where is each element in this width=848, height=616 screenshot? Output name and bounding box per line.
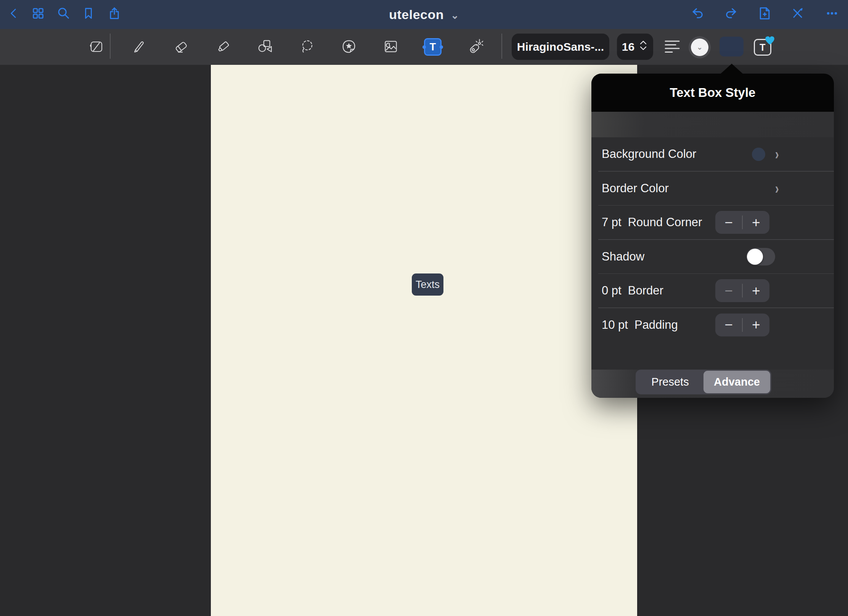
round-corner-stepper: − +: [715, 211, 769, 234]
font-size-value: 16: [622, 40, 634, 53]
row-value: 7 pt: [602, 216, 622, 229]
minus-button[interactable]: −: [715, 314, 742, 336]
toolbar-divider: [110, 34, 111, 59]
row-value: 10 pt: [602, 318, 628, 332]
tab-advance[interactable]: Advance: [703, 371, 770, 393]
more-icon[interactable]: [823, 4, 841, 23]
note-page-canvas[interactable]: Texts: [211, 65, 637, 616]
row-border-color[interactable]: Border Color ›: [591, 172, 834, 205]
row-padding: 10 pt Padding − +: [591, 308, 834, 342]
textbox-color-swatch-button[interactable]: [720, 37, 744, 56]
row-label: Padding: [634, 318, 678, 332]
popup-title: Text Box Style: [591, 74, 834, 112]
popup-section-band: [591, 112, 834, 137]
editor-mode-tool-icon[interactable]: [87, 37, 105, 56]
selection-handle: [440, 45, 443, 49]
heart-icon: [764, 35, 776, 46]
text-color-button[interactable]: ⌄: [689, 36, 711, 58]
pen-tool-icon[interactable]: [130, 37, 148, 56]
lasso-tool-icon[interactable]: [298, 37, 316, 56]
presets-advance-segmented-control: Presets Advance: [636, 370, 771, 394]
text-box-object[interactable]: Texts: [412, 273, 443, 296]
top-nav-bar: utelecon ⌄: [0, 0, 848, 29]
text-box-content: Texts: [416, 279, 440, 291]
plus-button[interactable]: +: [743, 211, 769, 234]
popup-footer: Presets Advance: [591, 370, 834, 398]
plus-button[interactable]: +: [743, 279, 769, 302]
text-box-style-button[interactable]: T: [754, 39, 771, 56]
laser-pointer-tool-icon[interactable]: [466, 37, 484, 56]
row-label: Background Color: [602, 147, 696, 161]
row-background-color[interactable]: Background Color ›: [591, 137, 834, 171]
shadow-toggle[interactable]: [746, 248, 775, 265]
font-size-stepper[interactable]: 16: [617, 34, 653, 60]
text-box-style-popup: Text Box Style Background Color › Border…: [591, 74, 834, 398]
text-tool-letter: T: [430, 41, 436, 53]
redo-icon[interactable]: [722, 4, 740, 23]
toolbar-divider: [501, 34, 502, 59]
row-label: Border Color: [602, 182, 669, 195]
row-value: 0 pt: [602, 284, 622, 298]
size-stepper-icon: [638, 40, 648, 54]
popup-callout-arrow: [720, 64, 744, 74]
undo-icon[interactable]: [689, 4, 707, 23]
plus-button[interactable]: +: [743, 314, 769, 336]
row-label: Round Corner: [628, 216, 702, 229]
chevron-right-icon: ›: [775, 181, 779, 196]
text-tool-icon[interactable]: T: [424, 38, 442, 56]
chevron-right-icon: ›: [775, 146, 779, 162]
tab-presets[interactable]: Presets: [637, 371, 703, 393]
shapes-tool-icon[interactable]: [256, 37, 274, 56]
image-tool-icon[interactable]: [382, 37, 400, 56]
row-shadow: Shadow: [591, 240, 834, 273]
font-family-label: HiraginoSans-...: [517, 40, 604, 53]
page-title: utelecon: [389, 7, 444, 22]
row-round-corner: 7 pt Round Corner − +: [591, 206, 834, 239]
text-align-button[interactable]: [663, 38, 681, 56]
highlighter-tool-icon[interactable]: [215, 37, 233, 56]
selection-handle: [422, 45, 426, 49]
row-label: Shadow: [602, 250, 644, 264]
minus-button[interactable]: −: [715, 279, 742, 302]
eraser-tool-icon[interactable]: [172, 37, 190, 56]
toggle-knob: [747, 249, 763, 265]
document-title-button[interactable]: utelecon ⌄: [0, 0, 848, 29]
readonly-mode-icon[interactable]: [789, 4, 807, 23]
padding-stepper: − +: [715, 314, 769, 336]
sticker-tool-icon[interactable]: [340, 37, 358, 56]
row-border-width: 0 pt Border − +: [591, 274, 834, 307]
add-page-icon[interactable]: [755, 4, 774, 23]
row-label: Border: [628, 284, 663, 298]
chevron-down-icon: ⌄: [691, 39, 708, 56]
minus-button[interactable]: −: [715, 211, 742, 234]
border-stepper: − +: [715, 279, 769, 302]
font-family-button[interactable]: HiraginoSans-...: [512, 34, 609, 60]
background-color-swatch: [752, 148, 765, 161]
chevron-down-icon: ⌄: [451, 10, 459, 21]
